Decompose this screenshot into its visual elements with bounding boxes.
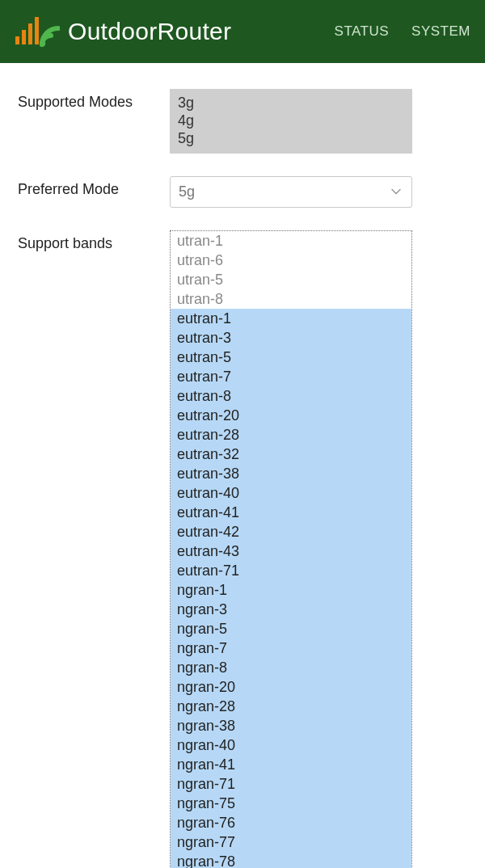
band-item[interactable]: eutran-38	[171, 464, 411, 483]
supported-modes-list[interactable]: 3g4g5g	[170, 89, 412, 154]
brand-name: OutdoorRouter	[68, 18, 231, 45]
support-bands-label: Support bands	[18, 230, 170, 252]
band-item[interactable]: utran-1	[171, 231, 411, 251]
row-supported-modes: Supported Modes 3g4g5g	[18, 89, 467, 154]
band-item[interactable]: eutran-40	[171, 483, 411, 503]
band-item[interactable]: eutran-3	[171, 328, 411, 348]
row-preferred-mode: Preferred Mode 5g	[18, 176, 467, 208]
header-bar: OutdoorRouter STATUS SYSTEM	[0, 0, 485, 63]
band-item[interactable]: ngran-41	[171, 755, 411, 774]
preferred-mode-select[interactable]: 5g	[170, 176, 412, 208]
supported-modes-label: Supported Modes	[18, 89, 170, 111]
band-item[interactable]: eutran-8	[171, 386, 411, 406]
content-area: Supported Modes 3g4g5g Preferred Mode 5g…	[0, 63, 485, 868]
band-item[interactable]: eutran-1	[171, 309, 411, 328]
band-item[interactable]: ngran-38	[171, 716, 411, 735]
nav-system[interactable]: SYSTEM	[411, 23, 470, 40]
band-item[interactable]: ngran-78	[171, 852, 411, 868]
band-item[interactable]: utran-8	[171, 289, 411, 309]
chevron-down-icon	[390, 183, 402, 200]
supported-mode-item[interactable]: 4g	[178, 112, 404, 129]
band-item[interactable]: eutran-7	[171, 367, 411, 386]
band-item[interactable]: ngran-8	[171, 658, 411, 677]
band-item[interactable]: utran-5	[171, 270, 411, 289]
band-item[interactable]: ngran-76	[171, 813, 411, 832]
logo-icon	[15, 15, 60, 48]
band-item[interactable]: ngran-3	[171, 600, 411, 619]
preferred-mode-label: Preferred Mode	[18, 176, 170, 198]
band-item[interactable]: ngran-40	[171, 735, 411, 755]
band-item[interactable]: ngran-5	[171, 619, 411, 638]
preferred-mode-value: 5g	[179, 183, 195, 200]
supported-mode-item[interactable]: 5g	[178, 129, 404, 147]
band-item[interactable]: eutran-71	[171, 561, 411, 580]
nav-status[interactable]: STATUS	[335, 23, 390, 40]
header-nav: STATUS SYSTEM	[335, 23, 470, 40]
svg-rect-1	[22, 30, 26, 44]
band-item[interactable]: ngran-28	[171, 697, 411, 716]
support-bands-list[interactable]: utran-1utran-6utran-5utran-8eutran-1eutr…	[170, 230, 412, 868]
band-item[interactable]: ngran-20	[171, 677, 411, 697]
band-item[interactable]: eutran-20	[171, 406, 411, 425]
row-support-bands: Support bands utran-1utran-6utran-5utran…	[18, 230, 467, 868]
band-item[interactable]: ngran-7	[171, 638, 411, 658]
svg-rect-2	[28, 23, 32, 44]
band-item[interactable]: eutran-28	[171, 425, 411, 445]
svg-rect-0	[15, 36, 19, 44]
band-item[interactable]: ngran-1	[171, 580, 411, 600]
svg-rect-3	[35, 17, 39, 44]
band-item[interactable]: ngran-71	[171, 774, 411, 794]
band-item[interactable]: eutran-5	[171, 348, 411, 367]
band-item[interactable]: ngran-77	[171, 832, 411, 852]
supported-mode-item[interactable]: 3g	[178, 94, 404, 112]
band-item[interactable]: ngran-75	[171, 794, 411, 813]
band-item[interactable]: utran-6	[171, 251, 411, 270]
logo-group: OutdoorRouter	[15, 15, 231, 48]
band-item[interactable]: eutran-32	[171, 445, 411, 464]
band-item[interactable]: eutran-41	[171, 503, 411, 522]
svg-point-4	[40, 41, 45, 46]
band-item[interactable]: eutran-42	[171, 522, 411, 541]
band-item[interactable]: eutran-43	[171, 541, 411, 561]
